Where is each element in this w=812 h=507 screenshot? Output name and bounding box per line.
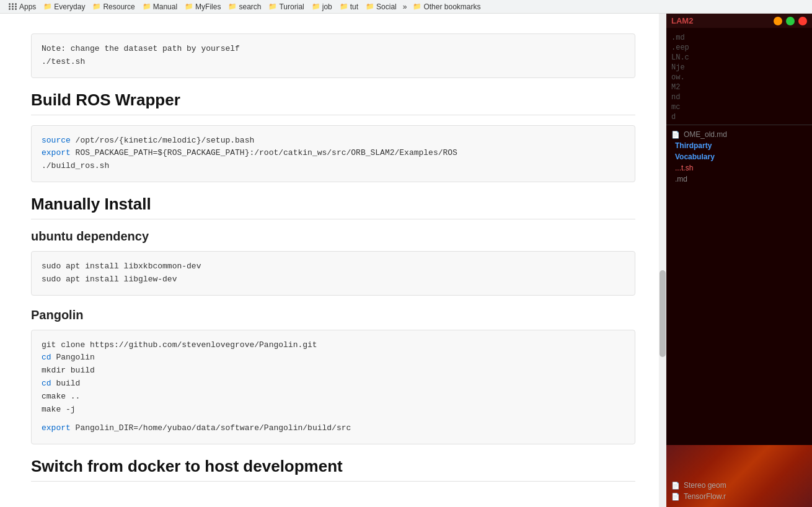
file-entry-stereo: 📄 Stereo geom <box>671 480 807 491</box>
thumbnail-file-list: 📄 Stereo geom 📄 TensorFlow.r <box>671 480 807 502</box>
content-area: Note: change the dataset path by yoursel… <box>0 14 666 507</box>
pangolin-line1: git clone https://github.com/stevenloveg… <box>42 339 625 352</box>
file-name-md: .md <box>675 175 687 183</box>
file-entry-testsh: ...t.sh <box>671 162 807 174</box>
file-name-thirdparty: Thirdparty <box>675 141 712 150</box>
bookmark-everyday-label: Everyday <box>54 2 85 11</box>
folder-icon: 📁 <box>366 2 374 11</box>
bookmark-other-label: Other bookmarks <box>423 2 480 11</box>
pangolin-line-cd1: cd Pangolin <box>42 351 625 364</box>
file-name-tensorflow: TensorFlow.r <box>684 492 726 501</box>
bookmark-search-label: search <box>239 2 261 11</box>
code-line-source: source /opt/ros/{kinetic/melodic}/setup.… <box>42 134 625 148</box>
list-item: Nje <box>671 63 807 73</box>
bookmark-tut[interactable]: 📁 tut <box>336 1 362 12</box>
maximize-button[interactable] <box>786 17 795 25</box>
bookmark-apps[interactable]: Apps <box>5 1 40 12</box>
bookmark-tut-label: tut <box>350 2 358 11</box>
folder-icon: 📁 <box>228 2 237 11</box>
bookmark-manual[interactable]: 📁 Manual <box>139 1 181 12</box>
list-item: d <box>671 112 807 122</box>
note-line2: ./test.sh <box>42 56 625 69</box>
sidebar-file-list: .md .eep LN.c Nje ow. M2 nd mc d <box>666 30 812 125</box>
folder-icon: 📁 <box>340 2 348 11</box>
file-entry-md: .md <box>671 174 807 185</box>
keyword-source: source <box>42 136 71 145</box>
right-panel-content: .md .eep LN.c Nje ow. M2 nd mc d 📄 OME_o… <box>666 28 812 445</box>
file-name-stereo: Stereo geom <box>684 481 726 490</box>
export-rest: ROS_PACKAGE_PATH=${ROS_PACKAGE_PATH}:/ro… <box>71 148 457 157</box>
bookmark-resource-label: Resource <box>103 2 135 11</box>
cd1-rest: Pangolin <box>51 353 95 362</box>
pangolin-code-block: git clone https://github.com/stevenloveg… <box>31 330 635 445</box>
file-icon: 📄 <box>671 482 680 490</box>
folder-icon: 📁 <box>92 2 101 11</box>
window-controls <box>774 17 807 25</box>
bookmark-everyday[interactable]: 📁 Everyday <box>40 1 89 12</box>
file-name-home-old: OME_old.md <box>684 130 727 139</box>
right-panel-header: LAM2 <box>666 14 812 28</box>
scrollable-content[interactable]: Note: change the dataset path by yoursel… <box>0 14 666 507</box>
file-entry-tensorflow: 📄 TensorFlow.r <box>671 491 807 502</box>
bookmark-search[interactable]: 📁 search <box>224 1 265 12</box>
folder-icon: 📁 <box>268 2 277 11</box>
bookmark-job[interactable]: 📁 job <box>308 1 336 12</box>
file-entry-thirdparty: Thirdparty <box>671 140 807 151</box>
list-item: LN.c <box>671 53 807 63</box>
file-name-vocabulary: Vocabulary <box>675 152 715 161</box>
ubuntu-line1: sudo apt install libxkbcommon-dev <box>42 260 625 273</box>
list-item: .eep <box>671 43 807 53</box>
bookmark-other[interactable]: 📁 Other bookmarks <box>409 1 484 12</box>
folder-icon: 📁 <box>43 2 52 11</box>
bookmark-myfiles-label: MyFiles <box>195 2 221 11</box>
section-pangolin-title: Pangolin <box>31 308 635 322</box>
list-item: ow. <box>671 73 807 82</box>
right-panel: LAM2 .md .eep LN.c Nje ow. M2 nd mc d <box>666 14 812 507</box>
folder-icon: 📁 <box>143 2 151 11</box>
minimize-button[interactable] <box>774 17 782 25</box>
folder-icon: 📁 <box>185 2 193 11</box>
file-icon: 📄 <box>671 131 680 139</box>
list-item: .md <box>671 33 807 43</box>
build-ros-code-block: source /opt/ros/{kinetic/melodic}/setup.… <box>31 125 635 182</box>
ubuntu-line2: sudo apt install libglew-dev <box>42 273 625 286</box>
note-code-block: Note: change the dataset path by yoursel… <box>31 33 635 78</box>
section-build-ros-title: Build ROS Wrapper <box>31 90 635 115</box>
section-manually-title: Manually Install <box>31 195 635 219</box>
bookmark-more-button[interactable]: » <box>400 1 410 12</box>
section-switch-title: Switch from docker to host development <box>31 457 635 482</box>
folder-icon: 📁 <box>413 2 421 11</box>
bookmark-social[interactable]: 📁 Social <box>362 1 400 12</box>
source-rest: /opt/ros/{kinetic/melodic}/setup.bash <box>71 136 254 145</box>
thumbnail-area: 📄 Stereo geom 📄 TensorFlow.r <box>666 445 812 507</box>
list-item: mc <box>671 102 807 112</box>
cd2-rest: build <box>51 379 81 388</box>
bookmark-job-label: job <box>322 2 332 11</box>
bookmark-turorial-label: Turorial <box>279 2 304 11</box>
pangolin-line-cd2: cd build <box>42 377 625 390</box>
apps-label: Apps <box>19 2 36 11</box>
main-layout: Note: change the dataset path by yoursel… <box>0 14 812 507</box>
bookmark-resource[interactable]: 📁 Resource <box>89 1 138 12</box>
bookmark-bar: Apps 📁 Everyday 📁 Resource 📁 Manual 📁 My… <box>0 0 812 14</box>
pangolin-line-export: export Pangolin_DIR=/home/yubao/data/sof… <box>42 422 625 435</box>
close-button[interactable] <box>798 17 807 25</box>
panel-title: LAM2 <box>671 16 693 25</box>
file-name-testsh: ...t.sh <box>675 164 693 172</box>
keyword-export2: export <box>42 423 71 433</box>
pangolin-line6: make -j <box>42 403 625 417</box>
keyword-export: export <box>42 148 71 157</box>
pangolin-line3: mkdir build <box>42 364 625 377</box>
file-entry-home-old: 📄 OME_old.md <box>671 129 807 140</box>
bookmark-myfiles[interactable]: 📁 MyFiles <box>181 1 224 12</box>
file-entry-vocabulary: Vocabulary <box>671 151 807 162</box>
bookmark-social-label: Social <box>376 2 397 11</box>
list-item: nd <box>671 92 807 102</box>
scroll-thumb[interactable] <box>660 270 666 357</box>
note-line1: Note: change the dataset path by yoursel… <box>42 43 625 56</box>
apps-grid-icon <box>9 3 17 10</box>
bookmark-turorial[interactable]: 📁 Turorial <box>265 1 307 12</box>
scroll-track <box>659 14 666 507</box>
bookmark-manual-label: Manual <box>153 2 177 11</box>
code-line-export: export ROS_PACKAGE_PATH=${ROS_PACKAGE_PA… <box>42 147 625 160</box>
